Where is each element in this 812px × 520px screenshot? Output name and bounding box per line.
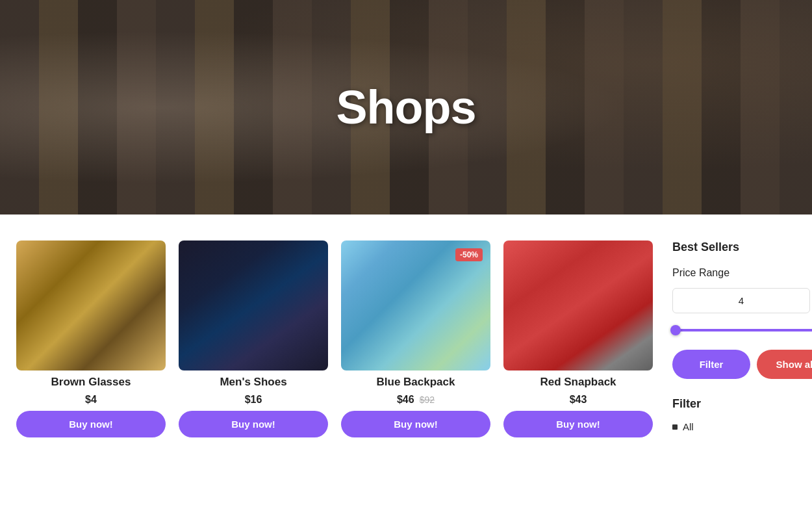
hero-background: Shops — [0, 0, 812, 214]
product-image-brown-glasses — [16, 240, 166, 370]
buy-button-red-snapback[interactable]: Buy now! — [503, 411, 653, 437]
products-grid: Brown Glasses$4Buy now!Men's Shoes$16Buy… — [16, 240, 653, 437]
main-content: Brown Glasses$4Buy now!Men's Shoes$16Buy… — [0, 214, 812, 463]
price-min-input[interactable] — [672, 288, 810, 313]
product-image-blue-backpack: -50% — [341, 240, 490, 370]
product-price-red-snapback: $43 — [570, 394, 587, 406]
product-price-row-blue-backpack: $46$92 — [341, 394, 490, 406]
product-card-blue-backpack: -50%Blue Backpack$46$92Buy now! — [341, 240, 490, 437]
product-name-blue-backpack: Blue Backpack — [341, 376, 490, 389]
buy-button-mens-shoes[interactable]: Buy now! — [179, 411, 328, 437]
product-price-brown-glasses: $4 — [85, 394, 97, 406]
product-price-original-blue-backpack: $92 — [420, 395, 435, 405]
product-price-row-red-snapback: $43 — [503, 394, 653, 406]
best-sellers-title: Best Sellers — [672, 240, 812, 254]
filter-dot — [672, 424, 678, 430]
buy-button-brown-glasses[interactable]: Buy now! — [16, 411, 166, 437]
price-inputs — [672, 288, 812, 313]
product-image-mens-shoes — [179, 240, 328, 370]
price-range-label: Price Range — [672, 267, 812, 279]
hero-title: Shops — [336, 81, 476, 134]
filter-option-all[interactable]: All — [672, 419, 812, 435]
range-fill — [676, 329, 812, 332]
sidebar: Best Sellers Price Range Filter Show all… — [666, 240, 812, 437]
show-all-button[interactable]: Show all — [757, 350, 812, 379]
range-slider[interactable] — [672, 324, 812, 337]
filter-button[interactable]: Filter — [672, 350, 750, 379]
sidebar-buttons: Filter Show all — [672, 350, 812, 379]
filter-option-label: All — [683, 421, 694, 432]
hero-section: Shops — [0, 0, 812, 214]
buy-button-blue-backpack[interactable]: Buy now! — [341, 411, 490, 437]
product-name-red-snapback: Red Snapback — [503, 376, 653, 389]
product-name-mens-shoes: Men's Shoes — [179, 376, 328, 389]
product-price-blue-backpack: $46 — [397, 394, 414, 406]
filter-section-title: Filter — [672, 397, 812, 411]
product-price-mens-shoes: $16 — [245, 394, 262, 406]
product-card-mens-shoes: Men's Shoes$16Buy now! — [179, 240, 328, 437]
range-thumb-left[interactable] — [670, 325, 681, 335]
discount-badge-blue-backpack: -50% — [455, 248, 483, 261]
product-image-red-snapback — [503, 240, 653, 370]
filter-options: All — [672, 419, 812, 435]
product-card-brown-glasses: Brown Glasses$4Buy now! — [16, 240, 166, 437]
product-card-red-snapback: Red Snapback$43Buy now! — [503, 240, 653, 437]
product-name-brown-glasses: Brown Glasses — [16, 376, 166, 389]
product-price-row-mens-shoes: $16 — [179, 394, 328, 406]
product-price-row-brown-glasses: $4 — [16, 394, 166, 406]
